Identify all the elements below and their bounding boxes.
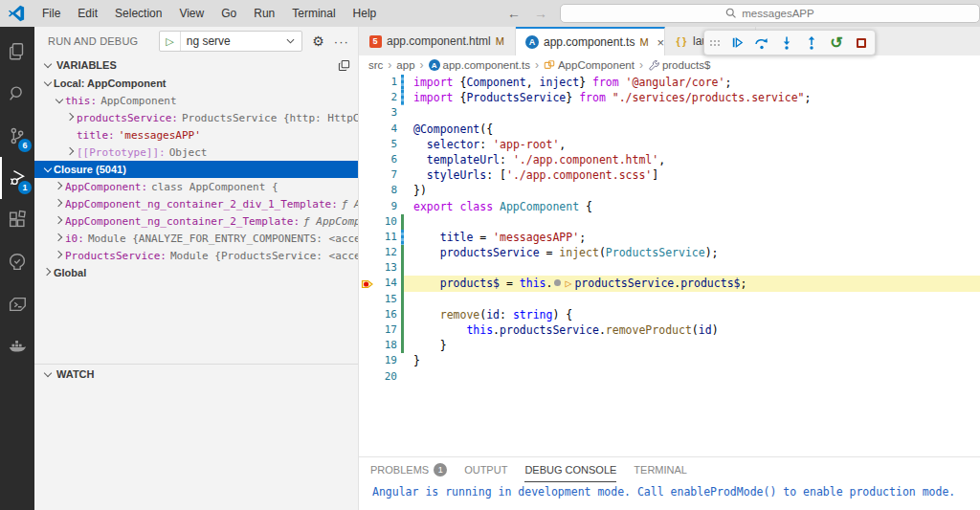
menu-view[interactable]: View bbox=[170, 0, 212, 27]
breakpoint-gutter[interactable] bbox=[359, 353, 376, 368]
code-line-18[interactable]: 18 } bbox=[359, 338, 980, 353]
variables-row--prototype-[interactable]: [[Prototype]]:Object bbox=[34, 144, 358, 161]
variables-row-global[interactable]: Global bbox=[34, 264, 358, 281]
code-line-7[interactable]: 7 styleUrls: ['./app.component.scss'] bbox=[359, 167, 980, 183]
breadcrumb-src[interactable]: src bbox=[368, 59, 383, 71]
code-line-6[interactable]: 6 templateUrl: './app.component.html', bbox=[359, 152, 980, 167]
menu-file[interactable]: File bbox=[33, 0, 69, 27]
breadcrumb-symbol[interactable]: products$ bbox=[648, 59, 711, 71]
breakpoint-gutter[interactable] bbox=[359, 167, 376, 183]
code-line-19[interactable]: 19} bbox=[359, 353, 980, 368]
run-and-debug-icon[interactable]: 1 bbox=[0, 157, 34, 199]
breakpoint-gutter[interactable] bbox=[359, 105, 376, 121]
breakpoint-gutter[interactable] bbox=[359, 137, 376, 152]
breadcrumb-class[interactable]: AppComponent bbox=[544, 59, 635, 71]
more-actions-button[interactable]: ··· bbox=[334, 34, 349, 49]
variables-row-closure-5041-[interactable]: Closure (5041) bbox=[34, 161, 358, 178]
code-line-2[interactable]: 2import {ProductsService} from "./servic… bbox=[359, 90, 980, 105]
variables-row-appcomponent-ng-container-2-div-1-template[interactable]: AppComponent_ng_container_2_div_1_Templa… bbox=[34, 195, 358, 212]
breakpoint-gutter[interactable] bbox=[359, 75, 376, 90]
menu-selection[interactable]: Selection bbox=[106, 0, 170, 27]
watch-section-header[interactable]: WATCH bbox=[34, 364, 358, 383]
code-text bbox=[404, 260, 980, 276]
step-out-button[interactable] bbox=[804, 35, 819, 51]
variables-row-appcomponent[interactable]: AppComponent:class AppComponent { bbox=[34, 178, 358, 195]
testing-icon[interactable] bbox=[0, 241, 34, 283]
variables-row-local-appcomponent[interactable]: Local: AppComponent bbox=[34, 75, 358, 92]
tab-terminal[interactable]: TERMINAL bbox=[634, 457, 687, 482]
breakpoint-gutter[interactable] bbox=[359, 245, 376, 260]
breakpoint-gutter[interactable] bbox=[359, 122, 376, 137]
menu-help[interactable]: Help bbox=[345, 0, 386, 27]
code-line-5[interactable]: 5 selector: 'app-root', bbox=[359, 137, 980, 152]
tab-app-component-ts[interactable]: A app.component.ts M × bbox=[516, 27, 665, 55]
breakpoint-gutter[interactable] bbox=[359, 214, 376, 230]
code-line-10[interactable]: 10 bbox=[359, 214, 980, 230]
tab-app-component-html[interactable]: 5 app.component.html M bbox=[359, 27, 516, 55]
variables-row-appcomponent-ng-container-2-template[interactable]: AppComponent_ng_container_2_Template:ƒ A… bbox=[34, 212, 358, 230]
breakpoint-gutter[interactable] bbox=[359, 260, 376, 276]
breakpoint-gutter[interactable] bbox=[359, 90, 376, 105]
docker-icon[interactable] bbox=[0, 325, 34, 367]
breakpoint-gutter[interactable] bbox=[359, 183, 376, 198]
toolbar-drag-handle[interactable] bbox=[710, 36, 720, 50]
explorer-icon[interactable] bbox=[0, 31, 34, 73]
variables-section-header[interactable]: VARIABLES bbox=[34, 55, 358, 75]
breakpoint-current-line-icon[interactable] bbox=[359, 276, 376, 291]
step-over-button[interactable] bbox=[754, 35, 769, 51]
breakpoint-gutter[interactable] bbox=[359, 199, 376, 214]
variables-row-productsservice[interactable]: productsService:ProductsService {http: H… bbox=[34, 109, 358, 126]
terminal-icon[interactable] bbox=[0, 283, 34, 325]
code-line-17[interactable]: 17 this.productsService.removeProduct(id… bbox=[359, 322, 980, 338]
code-line-4[interactable]: 4@Component({ bbox=[359, 122, 980, 137]
code-line-9[interactable]: 9export class AppComponent { bbox=[359, 199, 980, 214]
source-control-icon[interactable]: 6 bbox=[0, 115, 34, 157]
code-line-20[interactable]: 20 bbox=[359, 369, 980, 385]
breakpoint-gutter[interactable] bbox=[359, 292, 376, 307]
variables-row-this[interactable]: this:AppComponent bbox=[34, 92, 358, 109]
code-text: products$ = this.▷productsService.produc… bbox=[404, 276, 980, 291]
tab-problems[interactable]: PROBLEMS 1 bbox=[370, 457, 447, 482]
launch-config-dropdown[interactable]: ▷ ng serve bbox=[159, 31, 302, 52]
extensions-icon[interactable] bbox=[0, 199, 34, 241]
code-line-16[interactable]: 16 remove(id: string) { bbox=[359, 307, 980, 322]
restart-button[interactable]: ↺ bbox=[829, 35, 844, 51]
command-center-search[interactable]: messagesAPP bbox=[560, 4, 980, 23]
breadcrumb-file[interactable]: A app.component.ts bbox=[429, 59, 530, 71]
tab-output[interactable]: OUTPUT bbox=[464, 457, 507, 482]
variables-row-i0[interactable]: i0:Module {ANALYZE_FOR_ENTRY_COMPONENTS:… bbox=[34, 230, 358, 247]
code-line-15[interactable]: 15 bbox=[359, 292, 980, 307]
forward-arrow-icon[interactable]: → bbox=[534, 6, 547, 21]
breakpoint-gutter[interactable] bbox=[359, 152, 376, 167]
code-editor[interactable]: 1import {Component, inject} from '@angul… bbox=[359, 75, 980, 456]
breadcrumb-app[interactable]: app bbox=[396, 59, 414, 71]
debug-gear-icon[interactable]: ⚙ bbox=[312, 33, 324, 49]
start-debug-icon[interactable]: ▷ bbox=[160, 32, 180, 51]
search-sidebar-icon[interactable] bbox=[0, 73, 34, 115]
variables-row-productsservice[interactable]: ProductsService:Module {ProductsService:… bbox=[34, 247, 358, 264]
breakpoint-gutter[interactable] bbox=[359, 338, 376, 353]
stop-button[interactable] bbox=[854, 35, 869, 51]
continue-button[interactable] bbox=[729, 35, 745, 51]
breakpoint-gutter[interactable] bbox=[359, 322, 376, 338]
menu-terminal[interactable]: Terminal bbox=[283, 0, 344, 27]
code-line-3[interactable]: 3 bbox=[359, 105, 980, 121]
code-line-1[interactable]: 1import {Component, inject} from '@angul… bbox=[359, 75, 980, 90]
code-line-13[interactable]: 13 bbox=[359, 260, 980, 276]
code-line-8[interactable]: 8}) bbox=[359, 183, 980, 198]
breakpoint-gutter[interactable] bbox=[359, 230, 376, 245]
breakpoint-gutter[interactable] bbox=[359, 307, 376, 322]
menu-run[interactable]: Run bbox=[245, 0, 283, 27]
code-line-11[interactable]: 11 title = 'messagesAPP'; bbox=[359, 230, 980, 245]
breakpoint-gutter[interactable] bbox=[359, 369, 376, 385]
close-tab-icon[interactable]: × bbox=[657, 35, 665, 50]
menu-go[interactable]: Go bbox=[212, 0, 245, 27]
menu-edit[interactable]: Edit bbox=[69, 0, 106, 27]
step-into-button[interactable] bbox=[779, 35, 794, 51]
back-arrow-icon[interactable]: ← bbox=[507, 6, 521, 21]
code-line-14[interactable]: 14 products$ = this.▷productsService.pro… bbox=[359, 276, 980, 291]
collapse-all-icon[interactable] bbox=[338, 59, 350, 72]
tab-debug-console[interactable]: DEBUG CONSOLE bbox=[524, 457, 616, 482]
code-line-12[interactable]: 12 productsService = inject(ProductsServ… bbox=[359, 245, 980, 260]
variables-row-title[interactable]: title:'messagesAPP' bbox=[34, 126, 358, 144]
